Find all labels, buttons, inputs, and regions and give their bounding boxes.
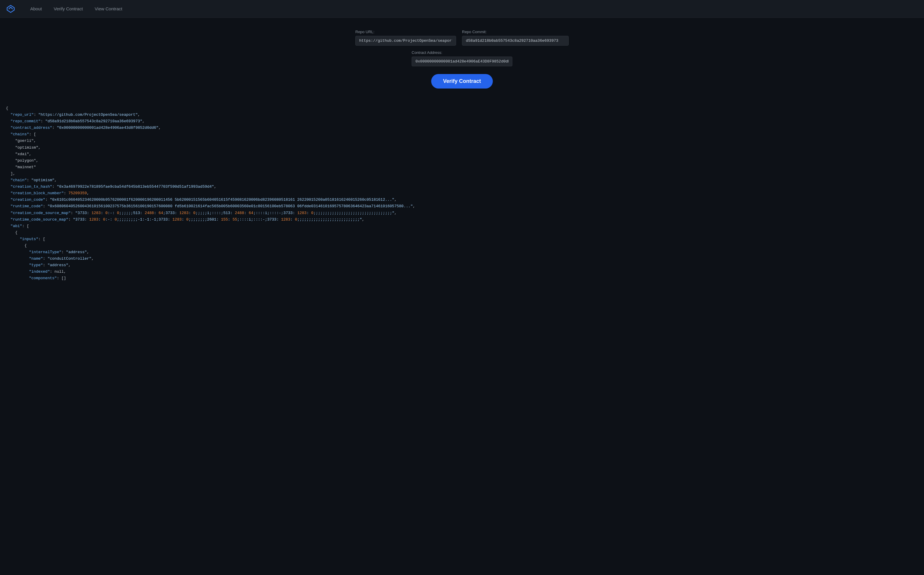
repo-commit-input[interactable] [462, 36, 569, 46]
contract-address-label: Contract Address: [412, 50, 512, 55]
repo-commit-label: Repo Commit: [462, 30, 569, 34]
form-row-top: Repo URL: Repo Commit: [355, 30, 569, 46]
verify-contract-button[interactable]: Verify Contract [431, 74, 493, 89]
nav-verify-contract[interactable]: Verify Contract [54, 5, 83, 13]
svg-marker-0 [7, 5, 14, 13]
contract-address-input[interactable] [412, 57, 512, 66]
repo-url-group: Repo URL: [355, 30, 456, 46]
nav-about[interactable]: About [30, 5, 42, 13]
logo [6, 4, 15, 14]
navigation: About Verify Contract View Contract [0, 0, 924, 18]
repo-url-label: Repo URL: [355, 30, 456, 34]
nav-view-contract[interactable]: View Contract [95, 5, 123, 13]
repo-commit-group: Repo Commit: [462, 30, 569, 46]
json-output: { "repo_url": "https://github.com/Projec… [0, 100, 924, 287]
contract-address-group: Contract Address: [412, 50, 512, 66]
form-area: Repo URL: Repo Commit: Contract Address:… [0, 18, 924, 100]
form-row-bottom: Contract Address: [412, 50, 512, 66]
repo-url-input[interactable] [355, 36, 456, 46]
logo-icon [6, 4, 15, 14]
